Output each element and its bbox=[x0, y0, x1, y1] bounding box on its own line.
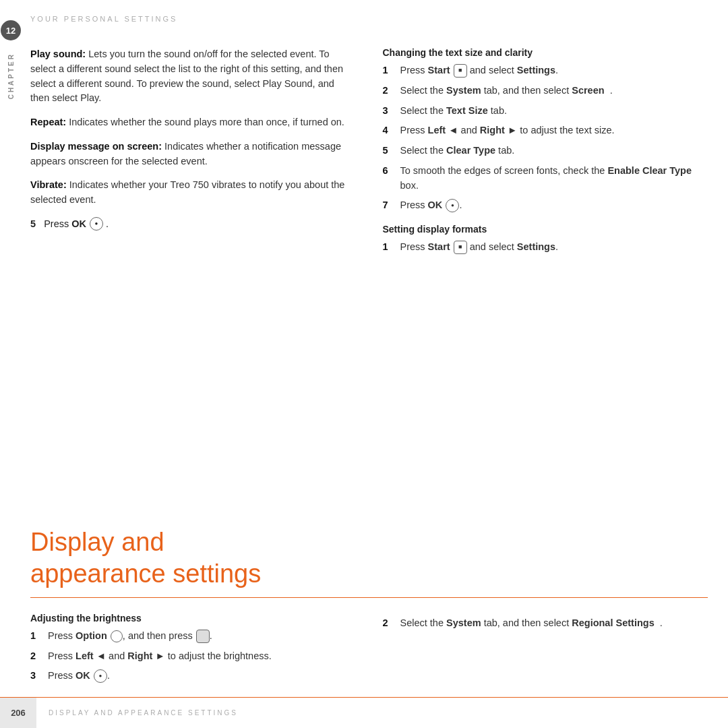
ok-icon-right: ● bbox=[446, 199, 459, 212]
play-sound-para: Play sound: Lets you turn the sound on/o… bbox=[30, 47, 356, 106]
footer-text: DISPLAY AND APPEARANCE SETTINGS bbox=[49, 709, 238, 717]
big-title-line2: appearance settings bbox=[30, 559, 261, 588]
list-item: 2 Select the System tab, and then select… bbox=[383, 84, 708, 98]
bottom-left: Adjusting the brightness 1 Press Option … bbox=[30, 613, 356, 694]
ok-icon-bottom: ● bbox=[94, 669, 107, 683]
play-sound-term: Play sound: bbox=[30, 49, 86, 59]
big-section-title: Display and appearance settings bbox=[30, 526, 708, 590]
vibrate-term: Vibrate: bbox=[30, 179, 67, 190]
big-title-line1: Display and bbox=[30, 528, 164, 556]
right-column: Changing the text size and clarity 1 Pre… bbox=[383, 40, 708, 506]
repeat-term: Repeat: bbox=[30, 117, 66, 127]
chapter-sidebar: 12 CHAPTER bbox=[0, 0, 22, 728]
bottom-right: 2 Select the System tab, and then select… bbox=[383, 613, 708, 694]
list-item: 3 Press OK ●. bbox=[30, 669, 356, 684]
bottom-section: Adjusting the brightness 1 Press Option … bbox=[30, 613, 708, 694]
repeat-para: Repeat: Indicates whether the sound play… bbox=[30, 115, 356, 130]
chapter-number: 12 bbox=[1, 20, 21, 40]
brightness-list: 1 Press Option , and then press . 2 Pres… bbox=[30, 629, 356, 684]
list-item: 2 Select the System tab, and then select… bbox=[383, 616, 708, 631]
footer: 206 DISPLAY AND APPEARANCE SETTINGS bbox=[0, 697, 728, 728]
step5-text: Press OK bbox=[38, 218, 86, 229]
step5-period: . bbox=[106, 218, 109, 229]
list-item: 2 Press Left ◄ and Right ► to adjust the… bbox=[30, 649, 356, 664]
upper-columns: Play sound: Lets you turn the sound on/o… bbox=[30, 40, 708, 506]
main-content: Play sound: Lets you turn the sound on/o… bbox=[30, 40, 708, 694]
list-item: 1 Press Start ■ and select Settings. bbox=[383, 240, 708, 255]
display-message-term: Display message on screen: bbox=[30, 141, 162, 152]
vibrate-para: Vibrate: Indicates whether your Treo 750… bbox=[30, 178, 356, 208]
brightness-heading: Adjusting the brightness bbox=[30, 613, 356, 624]
list-item: 6 To smooth the edges of screen fonts, c… bbox=[383, 164, 708, 193]
left-column: Play sound: Lets you turn the sound on/o… bbox=[30, 40, 356, 506]
bottom-right-list: 2 Select the System tab, and then select… bbox=[383, 616, 708, 631]
list-item: 3 Select the Text Size tab. bbox=[383, 104, 708, 119]
repeat-text: Indicates whether the sound plays more t… bbox=[69, 117, 344, 127]
chapter-label: CHAPTER bbox=[7, 53, 15, 99]
list-item: 5 Select the Clear Type tab. bbox=[383, 144, 708, 158]
option-icon bbox=[111, 630, 123, 642]
start-icon-2: ■ bbox=[454, 241, 467, 254]
list-item: 4 Press Left ◄ and Right ► to adjust the… bbox=[383, 123, 708, 138]
left-step5: 5 Press OK ● . bbox=[30, 217, 356, 231]
ok-icon-left: ● bbox=[90, 217, 103, 231]
list-item: 1 Press Start ■ and select Settings. bbox=[383, 63, 708, 78]
list-item: 7 Press OK ●. bbox=[383, 198, 708, 213]
list-item: 1 Press Option , and then press . bbox=[30, 629, 356, 644]
vibrate-text: Indicates whether your Treo 750 vibrates… bbox=[30, 179, 344, 205]
big-section-title-container: Display and appearance settings bbox=[30, 506, 708, 598]
display-formats-list: 1 Press Start ■ and select Settings. bbox=[383, 240, 708, 255]
photo-icon bbox=[196, 630, 210, 643]
text-size-list: 1 Press Start ■ and select Settings. 2 S… bbox=[383, 63, 708, 213]
display-formats-heading: Setting display formats bbox=[383, 224, 708, 235]
text-size-heading: Changing the text size and clarity bbox=[383, 47, 708, 58]
footer-page-number: 206 bbox=[0, 698, 36, 729]
page-title: YOUR PERSONAL SETTINGS bbox=[30, 15, 708, 23]
display-message-para: Display message on screen: Indicates whe… bbox=[30, 140, 356, 169]
step5-num: 5 bbox=[30, 218, 36, 229]
start-icon-1: ■ bbox=[454, 64, 467, 78]
